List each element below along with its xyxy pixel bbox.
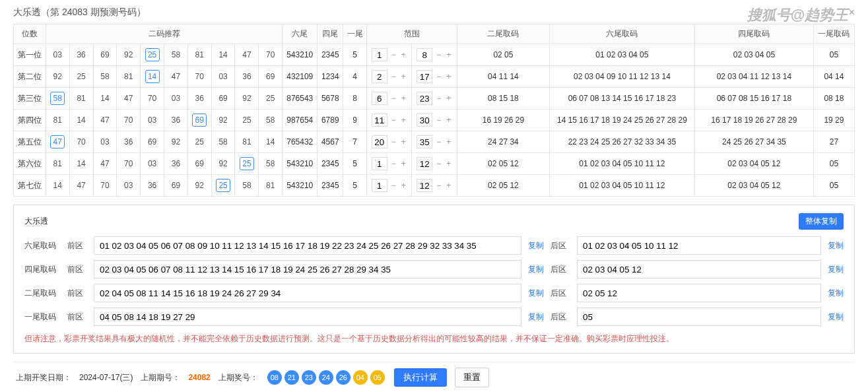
- code-cell[interactable]: 92: [211, 153, 235, 175]
- code-cell[interactable]: 47: [117, 88, 141, 110]
- code-cell[interactable]: 81: [259, 175, 283, 197]
- plus-icon[interactable]: +: [445, 72, 452, 81]
- code-cell[interactable]: 14: [69, 153, 93, 175]
- code-cell[interactable]: 47: [93, 153, 117, 175]
- code-cell[interactable]: 14: [93, 88, 117, 110]
- code-cell[interactable]: 25: [187, 131, 211, 153]
- range-input[interactable]: [417, 135, 432, 148]
- range-input[interactable]: [372, 179, 387, 192]
- code-cell[interactable]: 81: [117, 66, 141, 88]
- copy-link[interactable]: 复制: [528, 311, 544, 323]
- front-input[interactable]: [94, 236, 521, 255]
- code-cell[interactable]: 70: [141, 88, 164, 110]
- range-input[interactable]: [372, 92, 387, 105]
- plus-icon[interactable]: +: [445, 115, 452, 125]
- code-cell[interactable]: 03: [164, 88, 188, 110]
- plus-icon[interactable]: +: [445, 137, 452, 147]
- copy-link[interactable]: 复制: [828, 311, 844, 323]
- range-input[interactable]: [417, 92, 432, 105]
- code-cell[interactable]: 36: [164, 153, 188, 175]
- code-cell[interactable]: 92: [187, 175, 211, 197]
- code-cell[interactable]: 14: [46, 175, 69, 197]
- code-cell[interactable]: 58: [235, 175, 259, 197]
- code-cell[interactable]: 03: [211, 66, 235, 88]
- minus-icon[interactable]: −: [390, 115, 397, 125]
- minus-icon[interactable]: −: [435, 115, 442, 125]
- code-cell[interactable]: 36: [164, 110, 188, 131]
- minus-icon[interactable]: −: [435, 159, 442, 168]
- plus-icon[interactable]: +: [400, 137, 407, 147]
- code-cell[interactable]: 36: [187, 88, 211, 110]
- code-cell[interactable]: 47: [164, 66, 188, 88]
- range-input[interactable]: [417, 157, 432, 170]
- code-cell[interactable]: 69: [187, 153, 211, 175]
- copy-link[interactable]: 复制: [828, 240, 844, 251]
- code-cell[interactable]: 47: [69, 175, 93, 197]
- range-input[interactable]: [417, 179, 432, 192]
- range-input[interactable]: [372, 70, 387, 83]
- minus-icon[interactable]: −: [435, 181, 442, 190]
- code-cell[interactable]: 70: [93, 175, 117, 197]
- range-input[interactable]: [372, 157, 387, 170]
- code-cell[interactable]: 69: [211, 88, 235, 110]
- code-cell[interactable]: 47: [235, 44, 259, 66]
- range-input[interactable]: [372, 48, 387, 61]
- plus-icon[interactable]: +: [400, 181, 407, 190]
- range-input[interactable]: [372, 135, 387, 148]
- minus-icon[interactable]: −: [390, 137, 397, 147]
- code-cell[interactable]: 69: [187, 110, 211, 131]
- code-cell[interactable]: 81: [235, 131, 259, 153]
- range-input[interactable]: [372, 114, 387, 127]
- code-cell[interactable]: 25: [259, 88, 283, 110]
- copy-link[interactable]: 复制: [528, 264, 544, 275]
- code-cell[interactable]: 36: [69, 44, 93, 66]
- reset-button[interactable]: 重置: [455, 368, 489, 387]
- code-cell[interactable]: 70: [259, 44, 283, 66]
- plus-icon[interactable]: +: [400, 94, 407, 103]
- code-cell[interactable]: 36: [235, 66, 259, 88]
- minus-icon[interactable]: −: [435, 137, 442, 147]
- plus-icon[interactable]: +: [400, 50, 407, 59]
- plus-icon[interactable]: +: [445, 94, 452, 103]
- code-cell[interactable]: 81: [46, 153, 69, 175]
- code-cell[interactable]: 47: [93, 110, 117, 131]
- code-cell[interactable]: 70: [69, 131, 93, 153]
- code-cell[interactable]: 81: [46, 110, 69, 131]
- minus-icon[interactable]: −: [435, 94, 442, 103]
- copy-link[interactable]: 复制: [828, 264, 844, 275]
- plus-icon[interactable]: +: [445, 181, 452, 190]
- copy-link[interactable]: 复制: [528, 288, 544, 299]
- code-cell[interactable]: 03: [46, 44, 69, 66]
- code-cell[interactable]: 25: [235, 110, 259, 131]
- code-cell[interactable]: 58: [46, 88, 69, 110]
- code-cell[interactable]: 92: [164, 131, 188, 153]
- calculate-button[interactable]: 执行计算: [394, 368, 447, 387]
- code-cell[interactable]: 81: [187, 44, 211, 66]
- code-cell[interactable]: 47: [46, 131, 69, 153]
- code-cell[interactable]: 92: [46, 66, 69, 88]
- code-cell[interactable]: 25: [69, 66, 93, 88]
- minus-icon[interactable]: −: [390, 159, 397, 168]
- code-cell[interactable]: 58: [211, 131, 235, 153]
- close-icon[interactable]: ×: [849, 7, 855, 18]
- code-cell[interactable]: 03: [93, 131, 117, 153]
- copy-all-button[interactable]: 整体复制: [799, 213, 844, 230]
- plus-icon[interactable]: +: [400, 159, 407, 168]
- back-input[interactable]: [577, 260, 821, 278]
- code-cell[interactable]: 03: [141, 153, 164, 175]
- code-cell[interactable]: 58: [93, 66, 117, 88]
- code-cell[interactable]: 14: [259, 131, 283, 153]
- code-cell[interactable]: 03: [117, 175, 141, 197]
- minus-icon[interactable]: −: [390, 72, 397, 81]
- code-cell[interactable]: 14: [141, 66, 164, 88]
- minus-icon[interactable]: −: [435, 50, 442, 59]
- range-input[interactable]: [417, 48, 432, 61]
- minus-icon[interactable]: −: [390, 181, 397, 190]
- plus-icon[interactable]: +: [400, 72, 407, 81]
- code-cell[interactable]: 25: [235, 153, 259, 175]
- code-cell[interactable]: 25: [141, 44, 164, 66]
- minus-icon[interactable]: −: [390, 50, 397, 59]
- code-cell[interactable]: 69: [141, 131, 164, 153]
- code-cell[interactable]: 70: [187, 66, 211, 88]
- range-input[interactable]: [417, 114, 432, 127]
